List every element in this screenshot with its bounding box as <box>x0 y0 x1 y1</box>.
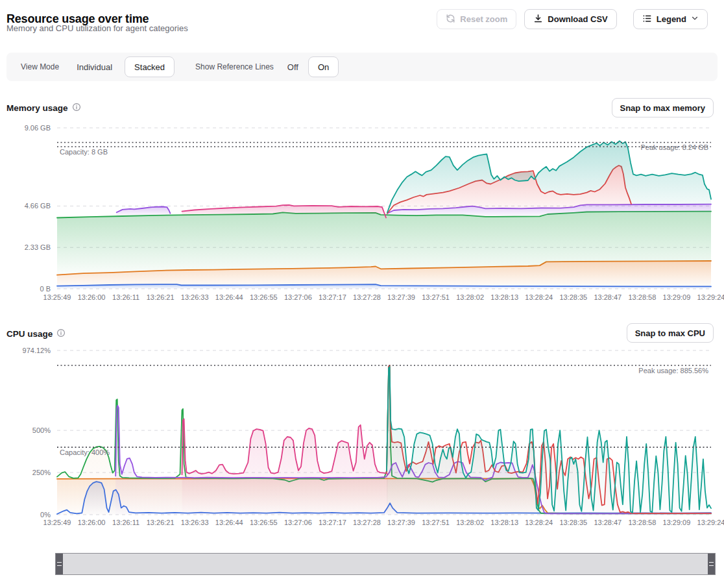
svg-text:13:27:28: 13:27:28 <box>353 519 381 526</box>
svg-text:13:26:00: 13:26:00 <box>78 293 106 301</box>
svg-text:13:26:21: 13:26:21 <box>147 519 175 526</box>
cpu-usage-title-text: CPU usage <box>6 329 53 339</box>
grip-icon <box>709 562 714 566</box>
download-icon <box>533 14 543 25</box>
svg-text:4.66 GB: 4.66 GB <box>25 202 51 210</box>
download-csv-button[interactable]: Download CSV <box>524 9 616 29</box>
svg-text:13:26:11: 13:26:11 <box>112 519 139 526</box>
reference-lines-off[interactable]: Off <box>287 62 298 72</box>
refresh-icon <box>446 14 455 25</box>
chevron-down-icon <box>691 14 699 24</box>
cpu-section-header: CPU usage <box>6 328 66 339</box>
svg-text:13:26:33: 13:26:33 <box>181 293 209 301</box>
memory-usage-title-text: Memory usage <box>6 103 68 113</box>
legend-button[interactable]: Legend <box>633 9 708 29</box>
svg-text:Capacity: 400%: Capacity: 400% <box>60 448 110 456</box>
controls-bar: View Mode Individual Stacked Show Refere… <box>6 53 718 81</box>
page-subtitle: Memory and CPU utilization for agent cat… <box>6 23 188 33</box>
toolbar: Reset zoom Download CSV Legend <box>437 9 708 29</box>
svg-text:13:26:33: 13:26:33 <box>181 519 209 526</box>
info-icon[interactable] <box>72 103 81 114</box>
svg-text:13:25:49: 13:25:49 <box>43 293 71 301</box>
svg-text:Peak usage: 885.56%: Peak usage: 885.56% <box>638 367 708 374</box>
reference-lines-on[interactable]: On <box>308 56 339 77</box>
info-icon[interactable] <box>56 328 66 339</box>
cpu-usage-chart[interactable]: 974.12%500%250%0%13:25:4913:26:0013:26:1… <box>0 344 724 539</box>
svg-text:9.06 GB: 9.06 GB <box>25 124 51 132</box>
svg-text:0 B: 0 B <box>40 285 51 293</box>
svg-text:13:28:35: 13:28:35 <box>559 293 587 301</box>
svg-text:13:28:58: 13:28:58 <box>628 519 656 526</box>
svg-text:974.12%: 974.12% <box>23 347 51 354</box>
svg-text:13:28:02: 13:28:02 <box>456 519 484 526</box>
grip-icon <box>57 562 62 566</box>
svg-text:13:28:13: 13:28:13 <box>490 293 518 301</box>
svg-text:13:27:39: 13:27:39 <box>387 519 415 526</box>
svg-text:2.33 GB: 2.33 GB <box>25 243 51 251</box>
svg-text:13:28:24: 13:28:24 <box>525 519 553 526</box>
svg-text:13:28:47: 13:28:47 <box>594 293 621 301</box>
svg-text:Peak usage: 8.24 GB: Peak usage: 8.24 GB <box>640 143 708 151</box>
cpu-usage-title: CPU usage <box>6 328 66 339</box>
view-mode-individual[interactable]: Individual <box>77 62 112 72</box>
svg-text:13:29:24: 13:29:24 <box>697 519 724 526</box>
svg-text:250%: 250% <box>32 469 51 476</box>
snap-to-max-memory-button[interactable]: Snap to max memory <box>612 98 714 117</box>
svg-text:13:27:51: 13:27:51 <box>422 293 450 301</box>
time-range-brush[interactable] <box>55 553 716 575</box>
reset-zoom-label: Reset zoom <box>460 14 507 24</box>
svg-text:13:28:24: 13:28:24 <box>525 293 553 301</box>
legend-list-icon <box>642 14 652 25</box>
svg-text:13:29:09: 13:29:09 <box>663 519 691 526</box>
svg-text:13:27:17: 13:27:17 <box>319 293 346 301</box>
svg-text:500%: 500% <box>32 426 51 434</box>
snap-to-max-cpu-button[interactable]: Snap to max CPU <box>627 323 714 343</box>
svg-text:13:26:00: 13:26:00 <box>78 519 106 526</box>
view-mode-stacked[interactable]: Stacked <box>125 56 175 77</box>
view-mode-label: View Mode <box>21 62 59 71</box>
svg-text:13:28:35: 13:28:35 <box>559 519 587 526</box>
svg-text:13:27:06: 13:27:06 <box>284 519 312 526</box>
brush-handle-right[interactable] <box>708 554 715 574</box>
svg-text:13:26:44: 13:26:44 <box>215 293 243 301</box>
download-csv-label: Download CSV <box>548 14 607 24</box>
svg-text:13:28:02: 13:28:02 <box>456 293 484 301</box>
svg-text:13:29:24: 13:29:24 <box>697 293 724 301</box>
svg-text:13:26:55: 13:26:55 <box>250 293 278 301</box>
svg-text:13:28:58: 13:28:58 <box>628 293 656 301</box>
svg-text:13:27:06: 13:27:06 <box>284 293 312 301</box>
reset-zoom-button[interactable]: Reset zoom <box>437 9 516 29</box>
svg-text:13:26:44: 13:26:44 <box>215 519 243 526</box>
brush-handle-left[interactable] <box>56 554 63 574</box>
show-reference-lines-label: Show Reference Lines <box>195 62 274 71</box>
svg-text:13:26:11: 13:26:11 <box>112 293 139 301</box>
svg-text:13:26:21: 13:26:21 <box>147 293 175 301</box>
memory-usage-title: Memory usage <box>6 103 81 114</box>
svg-text:13:27:17: 13:27:17 <box>319 519 346 526</box>
svg-text:13:25:49: 13:25:49 <box>43 519 71 526</box>
svg-text:13:27:39: 13:27:39 <box>387 293 415 301</box>
svg-text:13:29:09: 13:29:09 <box>663 293 691 301</box>
svg-text:13:28:47: 13:28:47 <box>594 519 621 526</box>
svg-text:Capacity: 8 GB: Capacity: 8 GB <box>60 148 108 156</box>
memory-section-header: Memory usage <box>6 102 81 114</box>
svg-text:13:26:55: 13:26:55 <box>250 519 278 526</box>
legend-label: Legend <box>657 14 686 24</box>
svg-text:0%: 0% <box>40 511 51 519</box>
svg-text:13:27:51: 13:27:51 <box>422 519 450 526</box>
memory-usage-chart[interactable]: 9.06 GB4.66 GB2.33 GB0 B13:25:4913:26:00… <box>0 122 724 312</box>
svg-text:13:27:28: 13:27:28 <box>353 293 381 301</box>
svg-text:13:28:13: 13:28:13 <box>490 519 518 526</box>
